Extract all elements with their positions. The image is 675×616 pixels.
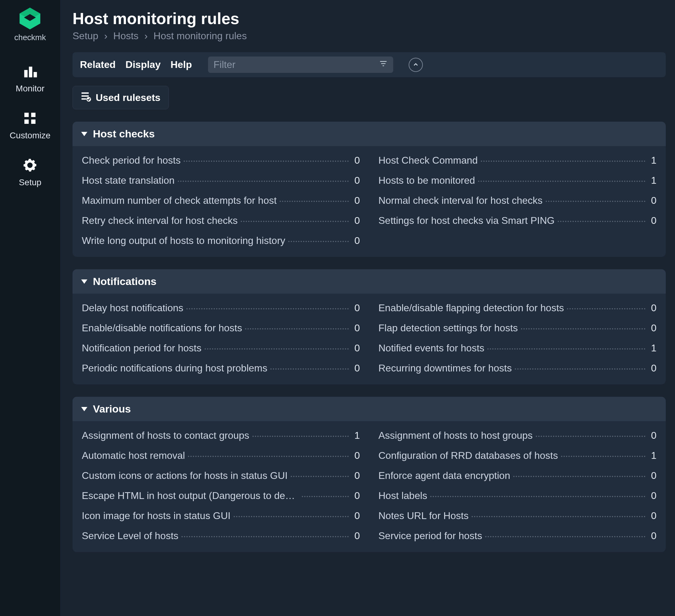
leader-dots [205, 348, 349, 349]
rule-link[interactable]: Enable/disable notifications for hosts0 [82, 322, 360, 334]
used-rulesets-button[interactable]: Used rulesets [73, 86, 169, 109]
rule-count: 0 [352, 215, 360, 226]
leader-dots [181, 536, 349, 537]
rule-label: Host Check Command [378, 155, 478, 166]
rule-count: 0 [352, 322, 360, 334]
rule-link[interactable]: Custom icons or actions for hosts in sta… [82, 470, 360, 481]
leader-dots [561, 456, 646, 457]
help-menu[interactable]: Help [170, 59, 192, 70]
section-header[interactable]: Various [73, 397, 666, 421]
leader-dots [280, 201, 349, 202]
rule-link[interactable]: Assignment of hosts to contact groups1 [82, 430, 360, 441]
rule-count: 0 [649, 322, 657, 334]
display-menu[interactable]: Display [126, 59, 161, 70]
sidebar-item-monitor[interactable]: Monitor [16, 63, 45, 93]
rule-link[interactable]: Check period for hosts0 [82, 155, 360, 166]
rule-link[interactable]: Recurring downtimes for hosts0 [378, 362, 657, 374]
rule-label: Host labels [378, 490, 427, 501]
sidebar-item-label: Monitor [16, 84, 45, 93]
breadcrumb-item[interactable]: Host monitoring rules [153, 30, 247, 42]
rule-link[interactable]: Service period for hosts0 [378, 530, 657, 542]
rule-count: 0 [352, 195, 360, 206]
svg-rect-15 [81, 98, 86, 99]
rule-link[interactable]: Maximum number of check attempts for hos… [82, 195, 360, 206]
rule-label: Check period for hosts [82, 155, 180, 166]
rule-count: 0 [352, 175, 360, 186]
leader-dots [245, 328, 349, 330]
rule-link[interactable]: Service Level of hosts0 [82, 530, 360, 542]
leader-dots [234, 516, 349, 517]
rule-label: Hosts to be monitored [378, 175, 475, 186]
main-content: Host monitoring rules Setup › Hosts › Ho… [60, 0, 675, 616]
list-check-icon [81, 91, 91, 104]
section-body: Check period for hosts0Host Check Comman… [73, 146, 666, 257]
section-header[interactable]: Notifications [73, 269, 666, 294]
related-menu[interactable]: Related [80, 59, 116, 70]
rule-link[interactable]: Normal check interval for host checks0 [378, 195, 657, 206]
rule-link[interactable]: Notified events for hosts1 [378, 342, 657, 354]
rule-link[interactable]: Configuration of RRD databases of hosts1 [378, 450, 657, 461]
rule-count: 1 [352, 430, 360, 441]
leader-dots [487, 348, 646, 349]
leader-dots [241, 221, 349, 222]
rule-count: 0 [649, 510, 657, 522]
svg-rect-4 [29, 67, 32, 77]
rule-link[interactable]: Write long output of hosts to monitoring… [82, 235, 360, 247]
leader-dots [288, 241, 349, 242]
svg-rect-8 [24, 120, 29, 124]
rule-link[interactable]: Enforce agent data encryption0 [378, 470, 657, 481]
rule-count: 0 [352, 155, 360, 166]
rule-link[interactable]: Host Check Command1 [378, 155, 657, 166]
rule-link[interactable]: Notes URL for Hosts0 [378, 510, 657, 522]
brand-name: checkmk [14, 33, 46, 42]
collapse-toolbar-button[interactable] [408, 58, 423, 72]
rule-link[interactable]: Hosts to be monitored1 [378, 175, 657, 186]
sidebar: checkmk Monitor Customize [0, 0, 60, 616]
sidebar-item-customize[interactable]: Customize [10, 110, 50, 140]
rule-label: Assignment of hosts to contact groups [82, 430, 249, 441]
rule-link[interactable]: Periodic notifications during host probl… [82, 362, 360, 374]
rule-link[interactable]: Enable/disable flapping detection for ho… [378, 302, 657, 314]
leader-dots [252, 436, 349, 437]
rule-link[interactable]: Flap detection settings for hosts0 [378, 322, 657, 334]
rule-link[interactable]: Icon image for hosts in status GUI0 [82, 510, 360, 522]
rule-label: Enable/disable flapping detection for ho… [378, 302, 564, 314]
rule-count: 0 [352, 302, 360, 314]
gear-icon [21, 156, 39, 174]
page-title: Host monitoring rules [73, 9, 666, 28]
checkmk-logo-icon [18, 6, 42, 31]
sidebar-item-setup[interactable]: Setup [19, 156, 42, 188]
rules-section: NotificationsDelay host notifications0En… [73, 269, 666, 385]
sidebar-item-label: Customize [10, 131, 50, 140]
rule-count: 0 [649, 470, 657, 481]
rule-link[interactable]: Host labels0 [378, 490, 657, 501]
section-header[interactable]: Host checks [73, 122, 666, 146]
rule-label: Normal check interval for host checks [378, 195, 543, 206]
rule-count: 0 [649, 302, 657, 314]
rules-section: Host checksCheck period for hosts0Host C… [73, 122, 666, 257]
rule-label: Custom icons or actions for hosts in sta… [82, 470, 288, 481]
breadcrumb-item[interactable]: Setup [73, 30, 98, 42]
rule-link[interactable]: Automatic host removal0 [82, 450, 360, 461]
rule-count: 0 [352, 530, 360, 542]
rule-count: 1 [649, 450, 657, 461]
rule-label: Assignment of hosts to host groups [378, 430, 533, 441]
rule-link[interactable]: Escape HTML in host output (Dangerous to… [82, 490, 360, 501]
bar-chart-icon [22, 63, 39, 80]
rule-link[interactable]: Retry check interval for host checks0 [82, 215, 360, 226]
brand-logo[interactable]: checkmk [14, 6, 46, 42]
leader-dots [271, 368, 349, 369]
section-body: Assignment of hosts to contact groups1As… [73, 421, 666, 552]
rule-link[interactable]: Delay host notifications0 [82, 302, 360, 314]
rule-link[interactable]: Settings for host checks via Smart PING0 [378, 215, 657, 226]
filter-field[interactable] [208, 57, 393, 73]
leader-dots [178, 181, 349, 182]
breadcrumb-item[interactable]: Hosts [113, 30, 139, 42]
filter-input[interactable] [214, 59, 379, 70]
rule-link[interactable]: Notification period for hosts0 [82, 342, 360, 354]
leader-dots [302, 496, 349, 497]
rule-link[interactable]: Host state translation0 [82, 175, 360, 186]
triangle-down-icon [81, 407, 87, 411]
rule-link[interactable]: Assignment of hosts to host groups0 [378, 430, 657, 441]
rule-count: 1 [649, 175, 657, 186]
